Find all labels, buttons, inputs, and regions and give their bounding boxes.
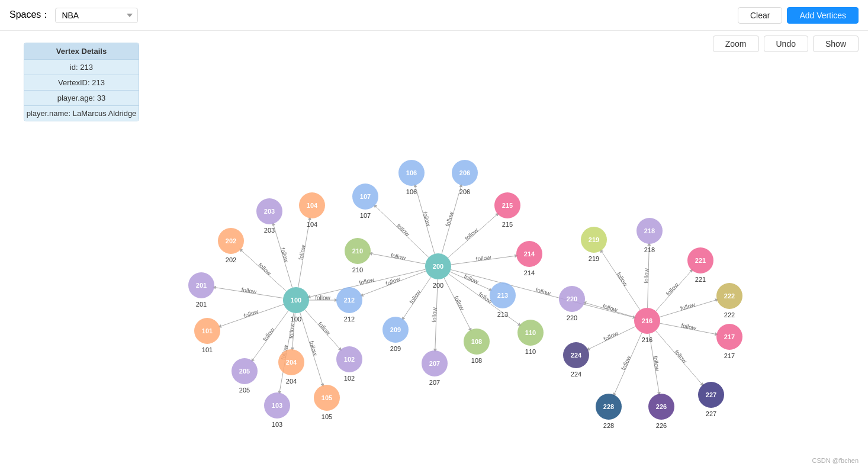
svg-text:210: 210 xyxy=(352,266,363,273)
svg-text:follow: follow xyxy=(681,322,697,331)
svg-text:227: 227 xyxy=(706,410,716,417)
svg-text:224: 224 xyxy=(571,371,581,378)
svg-text:224: 224 xyxy=(571,352,582,359)
svg-text:follow: follow xyxy=(444,210,455,227)
svg-text:101: 101 xyxy=(202,327,213,334)
svg-text:follow: follow xyxy=(390,252,407,262)
svg-text:106: 106 xyxy=(406,169,417,176)
svg-text:102: 102 xyxy=(344,356,355,363)
svg-text:228: 228 xyxy=(603,422,614,429)
svg-text:212: 212 xyxy=(344,297,355,304)
svg-text:201: 201 xyxy=(196,282,207,289)
svg-text:follow: follow xyxy=(315,295,330,301)
svg-text:follow: follow xyxy=(308,340,319,357)
svg-text:106: 106 xyxy=(406,188,417,195)
svg-text:210: 210 xyxy=(352,247,363,255)
svg-text:207: 207 xyxy=(429,379,440,386)
svg-text:221: 221 xyxy=(695,257,706,264)
svg-text:206: 206 xyxy=(459,188,470,195)
svg-text:209: 209 xyxy=(390,326,401,333)
svg-text:102: 102 xyxy=(344,375,355,382)
svg-text:follow: follow xyxy=(453,295,466,311)
svg-text:220: 220 xyxy=(567,314,577,321)
svg-text:217: 217 xyxy=(724,333,735,340)
svg-text:227: 227 xyxy=(706,391,716,398)
svg-text:follow: follow xyxy=(243,308,259,319)
svg-text:204: 204 xyxy=(286,378,297,385)
svg-text:220: 220 xyxy=(567,295,577,302)
svg-text:follow: follow xyxy=(464,227,480,242)
svg-text:212: 212 xyxy=(344,316,355,323)
svg-text:104: 104 xyxy=(307,202,318,209)
svg-text:226: 226 xyxy=(656,422,667,429)
svg-text:105: 105 xyxy=(322,394,332,401)
add-vertices-button[interactable]: Add Vertices xyxy=(787,7,859,24)
svg-text:108: 108 xyxy=(471,357,482,364)
svg-text:214: 214 xyxy=(524,250,535,257)
svg-text:216: 216 xyxy=(642,336,652,343)
svg-text:follow: follow xyxy=(241,286,258,295)
svg-text:221: 221 xyxy=(695,276,706,283)
svg-text:follow: follow xyxy=(408,288,422,305)
svg-text:215: 215 xyxy=(502,221,513,228)
svg-text:213: 213 xyxy=(497,311,508,318)
clear-button[interactable]: Clear xyxy=(738,7,782,24)
vertex-detail-age: player.age: 33 xyxy=(24,91,139,106)
footer-credit: CSDN @fbchen xyxy=(812,457,859,464)
svg-text:follow: follow xyxy=(620,354,632,371)
spaces-label: Spaces： xyxy=(9,9,50,21)
spaces-select[interactable]: NBA PLAYER TEAM xyxy=(55,8,138,23)
vertex-detail-id: id: 213 xyxy=(24,60,139,75)
svg-text:202: 202 xyxy=(226,256,236,263)
svg-text:205: 205 xyxy=(239,387,250,394)
svg-text:107: 107 xyxy=(360,193,371,200)
svg-text:follow: follow xyxy=(475,254,492,262)
svg-text:222: 222 xyxy=(724,292,735,300)
svg-text:101: 101 xyxy=(202,346,213,353)
svg-text:follow: follow xyxy=(257,262,273,277)
svg-text:follow: follow xyxy=(603,330,620,342)
svg-text:110: 110 xyxy=(525,329,536,336)
svg-text:226: 226 xyxy=(656,403,667,410)
svg-text:216: 216 xyxy=(642,317,652,324)
svg-text:219: 219 xyxy=(589,255,599,262)
svg-text:214: 214 xyxy=(524,269,535,276)
svg-text:103: 103 xyxy=(272,421,282,428)
svg-text:follow: follow xyxy=(680,301,696,311)
svg-text:228: 228 xyxy=(603,403,614,410)
vertex-detail-name: player.name: LaMarcus Aldridge xyxy=(24,106,139,121)
vertex-details-panel: Vertex Details id: 213 VertexID: 213 pla… xyxy=(24,43,139,121)
svg-text:follow: follow xyxy=(615,271,629,288)
svg-text:follow: follow xyxy=(279,247,290,263)
svg-text:follow: follow xyxy=(431,307,438,323)
svg-text:104: 104 xyxy=(307,221,317,228)
svg-text:204: 204 xyxy=(286,359,297,366)
svg-text:follow: follow xyxy=(262,326,276,343)
svg-text:218: 218 xyxy=(644,227,655,234)
vertex-details-header: Vertex Details xyxy=(24,43,139,60)
svg-text:follow: follow xyxy=(297,244,306,260)
svg-text:follow: follow xyxy=(396,223,412,238)
svg-text:100: 100 xyxy=(291,316,301,323)
svg-text:203: 203 xyxy=(264,227,275,234)
svg-text:108: 108 xyxy=(471,338,482,345)
svg-text:follow: follow xyxy=(535,286,552,297)
svg-text:follow: follow xyxy=(673,349,689,365)
svg-text:follow: follow xyxy=(602,302,619,313)
header: Spaces： NBA PLAYER TEAM Clear Add Vertic… xyxy=(0,0,868,31)
vertex-detail-vertexid: VertexID: 213 xyxy=(24,75,139,91)
svg-text:219: 219 xyxy=(589,236,599,243)
svg-text:200: 200 xyxy=(433,263,443,270)
svg-text:202: 202 xyxy=(226,237,236,244)
svg-text:203: 203 xyxy=(264,208,275,215)
svg-text:100: 100 xyxy=(291,297,301,304)
svg-text:200: 200 xyxy=(433,282,443,289)
svg-text:105: 105 xyxy=(322,413,332,420)
svg-text:222: 222 xyxy=(724,311,735,318)
svg-text:follow: follow xyxy=(665,281,680,297)
header-left: Spaces： NBA PLAYER TEAM xyxy=(9,8,138,23)
svg-text:107: 107 xyxy=(360,212,371,219)
svg-text:207: 207 xyxy=(429,360,440,367)
svg-text:follow: follow xyxy=(643,268,650,284)
svg-text:213: 213 xyxy=(497,292,508,299)
